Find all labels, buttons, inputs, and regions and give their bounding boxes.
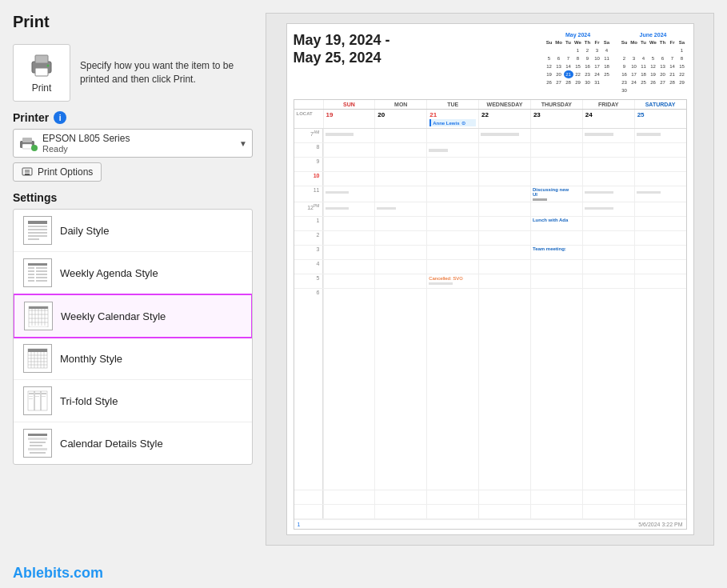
weekly-calendar-style-icon [24, 302, 53, 330]
footer-page-num: 1 [298, 522, 301, 527]
style-item-weekly-calendar[interactable]: Weekly Calendar Style [13, 294, 253, 338]
svg-rect-18 [28, 267, 34, 269]
settings-section-title: Settings [13, 191, 253, 204]
tc-9-fri [582, 158, 634, 171]
time-row-1: 1 Lunch with Ada [294, 217, 686, 231]
cal-header: May 19, 2024 - May 25, 2024 May 2024 SuM… [294, 32, 687, 94]
tc-ex1-sat [634, 490, 686, 504]
day-header-sun: SUN [323, 100, 375, 109]
time-label-9: 9 [294, 158, 323, 171]
style-item-calendar-details[interactable]: Calendar Details Style [14, 422, 252, 464]
svg-rect-19 [36, 267, 47, 269]
day-header-thu: THURSDAY [530, 100, 582, 109]
print-icon-box[interactable]: Print [13, 44, 70, 102]
tc-10-sat [634, 172, 686, 186]
style-label-weekly-calendar: Weekly Calendar Style [61, 310, 166, 322]
svg-rect-5 [22, 138, 32, 142]
svg-rect-13 [28, 229, 47, 230]
tc-1-thu: Lunch with Ada [530, 217, 582, 230]
print-description: Specify how you want the item to be prin… [80, 59, 240, 86]
style-item-daily[interactable]: Daily Style [14, 210, 252, 252]
tc-ex1-mon [374, 490, 426, 504]
weekly-agenda-style-icon [23, 258, 52, 287]
style-item-weekly-agenda[interactable]: Weekly Agenda Style [14, 252, 252, 294]
svg-rect-22 [28, 274, 34, 275]
tc-1-mon [374, 217, 426, 230]
style-label-calendar-details: Calendar Details Style [60, 438, 163, 450]
tc-3-sun [323, 246, 375, 259]
tc-8-tue [426, 143, 478, 157]
tc-ex2-tue [426, 505, 478, 518]
tc-6-fri [582, 289, 634, 490]
tc-10-fri [582, 172, 634, 186]
svg-rect-11 [28, 221, 47, 224]
tc-ex2-mon [374, 505, 426, 518]
tc-8-thu [530, 143, 582, 157]
tc-12-sun [323, 202, 375, 216]
calendar-details-style-icon [23, 429, 52, 458]
cal-mini-months: May 2024 SuMoTuWeThFrSa 1234 567891011 1… [545, 32, 687, 94]
tc-2-fri [582, 231, 634, 245]
tc-ex2-wed [478, 505, 530, 518]
print-options-button[interactable]: Print Options [13, 162, 102, 182]
printer-dropdown[interactable]: EPSON L805 Series Ready ▼ [13, 129, 253, 158]
calendar-page: May 19, 2024 - May 25, 2024 May 2024 SuM… [286, 23, 694, 535]
svg-rect-62 [30, 442, 46, 443]
svg-rect-65 [30, 452, 46, 454]
time-row-9: 9 [294, 158, 686, 172]
tc-4-tue [426, 260, 478, 274]
day-header-wed: WEDNESDAY [478, 100, 530, 109]
day-header-mon: MON [374, 100, 426, 109]
tc-11-wed [478, 186, 530, 202]
svg-rect-55 [29, 398, 33, 399]
tc-2-thu [530, 231, 582, 245]
tc-ex1-fri [582, 490, 634, 504]
date-20: 20 [374, 110, 426, 128]
tc-6-sat [634, 289, 686, 490]
style-label-monthly: Monthly Style [60, 353, 122, 365]
tc-2-sun [323, 231, 375, 245]
printer-name: EPSON L805 Series [42, 133, 233, 144]
right-panel: May 19, 2024 - May 25, 2024 May 2024 SuM… [266, 13, 714, 546]
svg-rect-20 [28, 270, 34, 272]
tc-7am-thu [530, 129, 582, 142]
tc-9-sun [323, 158, 375, 171]
tc-4-thu [530, 260, 582, 274]
tc-ex1-tue [426, 490, 478, 504]
svg-point-3 [47, 65, 50, 67]
cal-grid: SUN MON TUE WEDNESDAY THURSDAY FRIDAY SA… [294, 99, 687, 530]
page-title: Print [13, 13, 253, 31]
svg-rect-24 [28, 277, 34, 278]
tc-3-mon [374, 246, 426, 259]
print-icon-area: Print Specify how you want the item to b… [13, 44, 253, 102]
mini-month-may: May 2024 SuMoTuWeThFrSa 1234 567891011 1… [545, 32, 612, 94]
style-label-weekly-agenda: Weekly Agenda Style [60, 267, 158, 279]
tc-11-fri [582, 186, 634, 202]
mini-month-june: June 2024 SuMoTuWeThFrSa 1 2345678 91011… [620, 32, 687, 94]
tc-ex2-fri [582, 505, 634, 518]
svg-rect-8 [25, 174, 30, 175]
info-icon[interactable]: i [54, 111, 66, 124]
left-panel: Print Print Specify how you want the ite… [13, 13, 253, 546]
style-item-trifold[interactable]: Tri-fold Style [14, 380, 252, 422]
svg-rect-1 [35, 55, 48, 63]
tc-5-sun [323, 274, 375, 288]
tc-ex2-thu [530, 505, 582, 518]
day-header-sat: SATURDAY [634, 100, 686, 109]
tc-3-thu: Team meeting: [530, 246, 582, 259]
settings-section: Settings Daily Styl [13, 191, 253, 465]
tc-9-tue [426, 158, 478, 171]
time-row-6: 6 [294, 289, 686, 490]
tc-1-fri [582, 217, 634, 230]
tc-4-mon [374, 260, 426, 274]
daily-style-icon [23, 216, 52, 245]
tc-3-sat [634, 246, 686, 259]
style-item-monthly[interactable]: Monthly Style [14, 338, 252, 380]
tc-6-wed [478, 289, 530, 490]
style-label-trifold: Tri-fold Style [60, 395, 118, 407]
tc-6-mon [374, 289, 426, 490]
tc-4-wed [478, 260, 530, 274]
settings-box: Daily Style [13, 209, 253, 465]
date-25: 25 [634, 110, 686, 128]
tc-1-sun [323, 217, 375, 230]
